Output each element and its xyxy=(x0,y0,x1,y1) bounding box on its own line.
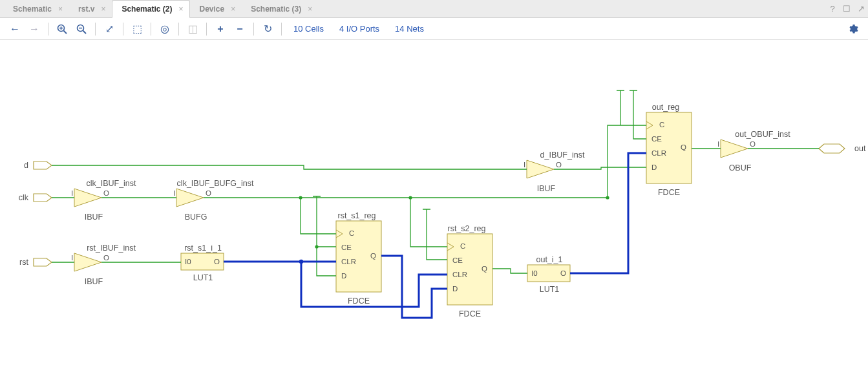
pin-label: D xyxy=(452,285,458,293)
cells-count-link[interactable]: 10 Cells xyxy=(286,24,332,34)
cell-type-label: IBUF xyxy=(85,213,103,222)
cell-inst-label: rst_s1_i_1 xyxy=(184,244,222,253)
tab-rst-v[interactable]: rst.v × xyxy=(69,0,112,18)
popout-icon[interactable]: ↗ xyxy=(854,4,868,14)
pin-label: D xyxy=(651,163,657,171)
tab-label: Device xyxy=(199,5,224,14)
pin-label: C xyxy=(460,242,465,250)
close-icon[interactable]: × xyxy=(308,5,312,14)
pin-label: O xyxy=(103,254,109,262)
cell-type-label: FDCE xyxy=(459,309,481,318)
port-out[interactable]: out xyxy=(819,144,866,153)
port-label: clk xyxy=(19,193,29,202)
pin-label: CE xyxy=(651,135,662,143)
schematic-toolbar: ← → ⤢ ⬚ ◎ ◫ + − ↻ 10 Cells 4 I/O Ports 1… xyxy=(0,18,868,40)
cell-lut-out[interactable]: out_i_1 I0 O LUT1 xyxy=(527,255,570,294)
schematic-canvas[interactable]: d clk rst out clk_IBUF_inst I O IBUF clk… xyxy=(0,40,868,374)
tab-schematic-2[interactable]: Schematic (2) × xyxy=(112,0,190,18)
cell-inst-label: clk_IBUF_inst xyxy=(86,179,136,188)
pin-label: O xyxy=(556,161,562,169)
cell-type-label: FDCE xyxy=(658,188,680,197)
tab-label: Schematic (2) xyxy=(122,5,172,14)
pin-label: I xyxy=(173,189,175,197)
pin-label: I xyxy=(524,161,525,169)
svg-line-1 xyxy=(64,30,67,34)
add-icon[interactable]: + xyxy=(211,19,230,39)
pin-label: O xyxy=(560,269,566,277)
svg-line-5 xyxy=(83,30,87,34)
port-d[interactable]: d xyxy=(24,161,52,170)
cell-type-label: OBUF xyxy=(729,163,752,172)
tab-label: Schematic xyxy=(13,5,52,14)
cell-d-ibuf[interactable]: d_IBUF_inst I O IBUF xyxy=(524,151,585,193)
pin-label: I0 xyxy=(531,269,538,277)
nets-count-link[interactable]: 14 Nets xyxy=(387,24,432,34)
tab-label: rst.v xyxy=(78,5,94,14)
pin-label: CE xyxy=(341,244,352,251)
port-label: out xyxy=(854,144,866,153)
cell-ff-out[interactable]: out_reg C CE CLR D Q FDCE xyxy=(646,103,692,197)
pin-label: Q xyxy=(370,252,376,260)
pin-label: I xyxy=(71,254,73,262)
cell-ff-s1[interactable]: rst_s1_reg C CE CLR D Q FDCE xyxy=(336,211,381,306)
tab-schematic-3[interactable]: Schematic (3) × xyxy=(242,0,319,18)
select-area-icon[interactable]: ⬚ xyxy=(127,19,147,39)
cell-rst-ibuf[interactable]: rst_IBUF_inst I O IBUF xyxy=(71,244,136,286)
tab-bar: Schematic × rst.v × Schematic (2) × Devi… xyxy=(0,0,868,18)
pin-label: CLR xyxy=(651,149,666,157)
pin-label: I0 xyxy=(185,258,191,265)
cell-type-label: FDCE xyxy=(348,296,370,306)
zoom-fit-icon[interactable]: ⤢ xyxy=(100,19,119,39)
pin-label: CLR xyxy=(452,271,467,278)
zoom-out-icon[interactable] xyxy=(72,19,91,39)
settings-icon[interactable] xyxy=(843,19,863,39)
cell-inst-label: out_OBUF_inst xyxy=(735,130,790,139)
regenerate-icon[interactable]: ↻ xyxy=(258,19,277,39)
io-ports-count-link[interactable]: 4 I/O Ports xyxy=(332,24,387,34)
remove-icon[interactable]: − xyxy=(230,19,249,39)
pin-icon[interactable]: ◫ xyxy=(183,19,202,39)
tab-schematic[interactable]: Schematic × xyxy=(4,0,69,18)
cell-type-label: LUT1 xyxy=(193,273,213,282)
pin-label: CLR xyxy=(341,258,356,265)
cell-clk-ibuf[interactable]: clk_IBUF_inst I O IBUF xyxy=(71,179,136,222)
pin-label: O xyxy=(214,258,220,265)
svg-point-14 xyxy=(606,196,609,199)
pin-label: CE xyxy=(452,256,463,264)
back-icon[interactable]: ← xyxy=(5,19,25,39)
pin-label: C xyxy=(349,229,354,237)
cell-type-label: LUT1 xyxy=(540,285,560,294)
pin-label: Q xyxy=(681,143,686,151)
pin-label: C xyxy=(659,121,664,129)
pin-label: O xyxy=(206,189,211,197)
forward-icon[interactable]: → xyxy=(25,19,44,39)
close-icon[interactable]: × xyxy=(178,5,183,14)
pin-label: I xyxy=(71,189,73,197)
port-rst[interactable]: rst xyxy=(19,258,52,267)
help-icon[interactable]: ? xyxy=(825,4,840,14)
cell-type-label: IBUF xyxy=(85,277,103,286)
cell-inst-label: rst_IBUF_inst xyxy=(87,244,136,253)
maximize-icon[interactable]: ☐ xyxy=(840,4,854,14)
cell-ff-s2[interactable]: rst_s2_reg C CE CLR D Q FDCE xyxy=(447,224,492,318)
zoom-in-icon[interactable] xyxy=(52,19,72,39)
cell-type-label: BUFG xyxy=(185,213,207,222)
pin-label: O xyxy=(103,189,109,197)
tab-device[interactable]: Device × xyxy=(190,0,242,18)
port-clk[interactable]: clk xyxy=(19,193,52,202)
close-icon[interactable]: × xyxy=(101,5,105,14)
cell-inst-label: rst_s2_reg xyxy=(447,224,485,233)
cell-lut-rst[interactable]: rst_s1_i_1 I0 O LUT1 xyxy=(181,244,224,282)
cell-inst-label: out_i_1 xyxy=(536,255,562,264)
pin-label: I xyxy=(717,140,719,148)
close-icon[interactable]: × xyxy=(58,5,63,14)
pin-label: O xyxy=(750,140,756,148)
cell-obuf[interactable]: out_OBUF_inst I O OBUF xyxy=(717,130,790,172)
target-icon[interactable]: ◎ xyxy=(155,19,175,39)
pin-label: D xyxy=(341,272,346,280)
cell-inst-label: out_reg xyxy=(652,103,679,112)
close-icon[interactable]: × xyxy=(231,5,235,14)
cell-clk-bufg[interactable]: clk_IBUF_BUFG_inst I O BUFG xyxy=(173,179,254,222)
pin-label: Q xyxy=(482,265,487,273)
cell-inst-label: d_IBUF_inst xyxy=(540,151,585,160)
